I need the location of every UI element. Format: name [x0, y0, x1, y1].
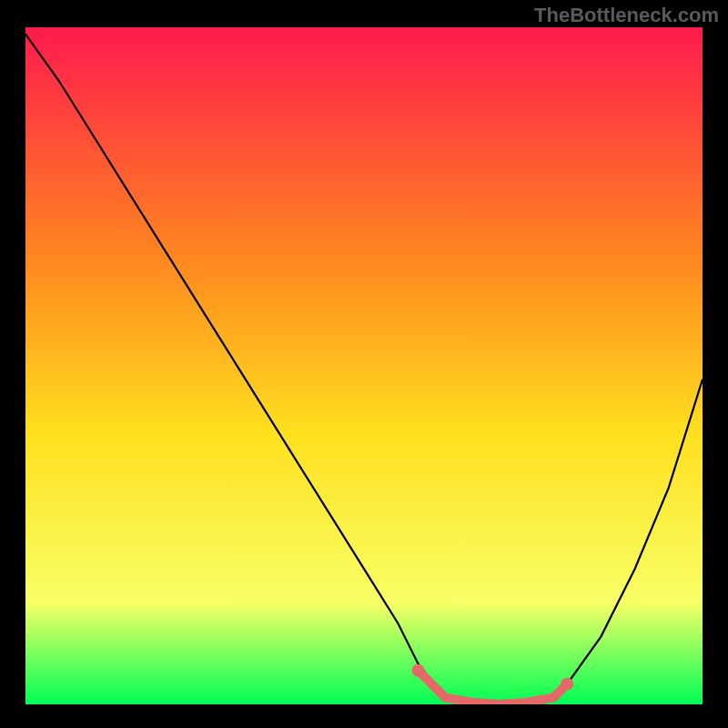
bottleneck-chart — [25, 27, 703, 704]
sweet-spot-dot — [412, 664, 425, 677]
gradient-bg — [25, 27, 703, 704]
chart-svg — [25, 27, 703, 704]
sweet-spot-dot — [561, 678, 573, 691]
watermark-text: TheBottleneck.com — [534, 4, 719, 27]
